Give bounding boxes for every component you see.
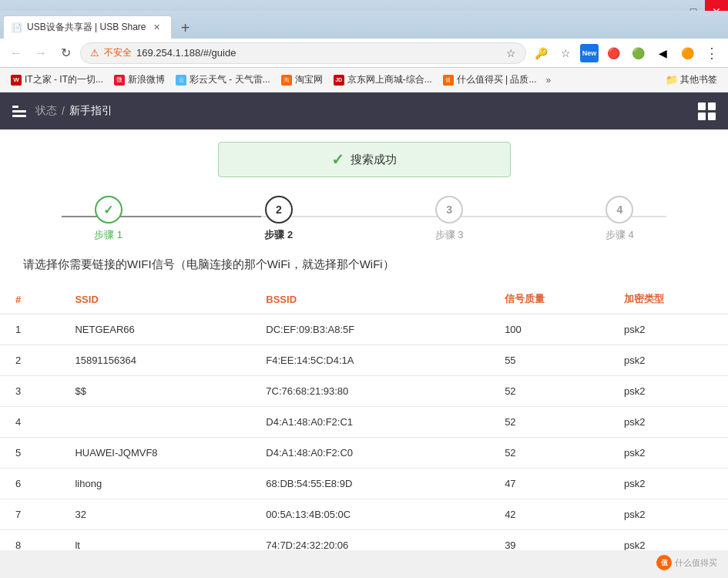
cell-bssid-3: D4:A1:48:A0:F2:C1: [250, 407, 489, 438]
table-row[interactable]: 1NETGEAR66DC:EF:09:B3:A8:5F100psk2: [0, 314, 728, 345]
table-row[interactable]: 6lihong68:DB:54:55:E8:9D47psk2: [0, 469, 728, 499]
extension-icon-2[interactable]: 🟢: [628, 43, 648, 63]
new-badge-icon[interactable]: New: [580, 44, 599, 62]
cell-num-5: 6: [0, 469, 59, 499]
bookmark-weather-label: 彩云天气 - 天气雷...: [190, 73, 270, 86]
cell-signal-7: 39: [489, 530, 609, 551]
cell-bssid-0: DC:EF:09:B3:A8:5F: [250, 314, 489, 345]
cell-bssid-1: F4:EE:14:5C:D4:1A: [250, 345, 489, 376]
back-button[interactable]: ←: [6, 43, 26, 63]
bookmark-weibo[interactable]: 微 新浪微博: [109, 71, 169, 89]
cell-bssid-2: 7C:76:68:21:93:80: [250, 376, 489, 407]
step-2-label: 步骤 2: [264, 228, 293, 242]
step-3-circle: 3: [435, 196, 463, 223]
other-bookmarks-label: 其他书签: [680, 73, 717, 86]
bookmark-it-home[interactable]: W IT之家 - IT的一切...: [6, 71, 108, 89]
tab-close-icon[interactable]: ✕: [151, 22, 163, 34]
cell-num-6: 7: [0, 499, 59, 530]
cell-signal-1: 55: [489, 345, 609, 376]
cell-encryption-3: psk2: [609, 407, 728, 438]
table-row[interactable]: 5HUAWEI-JQMVF8D4:A1:48:A0:F2:C052psk2: [0, 438, 728, 469]
bookmark-smzdm-label: 什么值得买 | 品质...: [457, 73, 537, 86]
bookmark-smzdm-icon: 值: [443, 75, 454, 86]
cell-bssid-7: 74:7D:24:32:20:06: [250, 530, 489, 551]
table-row[interactable]: 4D4:A1:48:A0:F2:C152psk2: [0, 407, 728, 438]
cell-ssid-5: lihong: [59, 469, 250, 499]
cell-encryption-5: psk2: [609, 469, 728, 499]
cell-encryption-0: psk2: [609, 314, 728, 345]
app-header: 状态 / 新手指引: [0, 92, 728, 129]
table-row[interactable]: 215891156364F4:EE:14:5C:D4:1A55psk2: [0, 345, 728, 376]
extension-icon-3[interactable]: ◀: [653, 43, 673, 63]
step-2-circle: 2: [265, 196, 293, 223]
watermark-text: 什么值得买: [675, 557, 717, 569]
cell-signal-0: 100: [489, 314, 609, 345]
cell-num-3: 4: [0, 407, 59, 438]
bookmark-jd[interactable]: JD 京东网上商城-综合...: [329, 71, 437, 89]
bookmark-weather-icon: 云: [176, 75, 186, 86]
steps-container: ✓ 步骤 1 2 步骤 2 3 步骤 3 4 步骤 4: [0, 190, 728, 257]
col-bssid-header: BSSID: [250, 284, 489, 314]
cell-num-0: 1: [0, 314, 59, 345]
step-4-circle: 4: [606, 196, 633, 223]
cell-signal-3: 52: [489, 407, 609, 438]
address-bar: ← → ↻ ⚠ 不安全 169.254.1.188/#/guide ☆ 🔑 ☆ …: [0, 39, 728, 68]
col-encryption-header: 加密类型: [609, 284, 728, 314]
not-secure-label: 不安全: [104, 46, 132, 59]
breadcrumb-current: 新手指引: [69, 104, 112, 118]
step-1: ✓ 步骤 1: [23, 196, 193, 242]
cell-bssid-6: 00:5A:13:4B:05:0C: [250, 499, 489, 530]
bookmark-smzdm[interactable]: 值 什么值得买 | 品质...: [438, 71, 542, 89]
step-1-circle: ✓: [95, 196, 122, 223]
bookmarks-more-button[interactable]: »: [542, 75, 554, 86]
active-tab[interactable]: 📄 USB设备共享器 | USB Share ✕: [3, 15, 172, 39]
folder-icon: 📁: [666, 74, 678, 86]
bookmark-taobao-label: 淘宝网: [295, 73, 323, 86]
cell-bssid-4: D4:A1:48:A0:F2:C0: [250, 438, 489, 469]
bookmark-it-icon: W: [11, 75, 22, 86]
url-text: 169.254.1.188/#/guide: [136, 47, 502, 59]
bookmark-weibo-icon: 微: [114, 75, 125, 86]
star-icon[interactable]: ☆: [506, 47, 516, 59]
step-2: 2 步骤 2: [193, 196, 364, 242]
sidebar-menu-icon[interactable]: [12, 106, 26, 117]
security-warning-icon: ⚠: [90, 47, 99, 59]
step-3-label: 步骤 3: [435, 228, 464, 242]
other-bookmarks[interactable]: 📁 其他书签: [661, 71, 722, 89]
step-4-label: 步骤 4: [606, 228, 634, 242]
cell-signal-4: 52: [489, 438, 609, 469]
step-1-label: 步骤 1: [94, 228, 122, 242]
breadcrumb-separator: /: [62, 105, 65, 117]
cell-ssid-1: 15891156364: [59, 345, 250, 376]
cell-num-7: 8: [0, 530, 59, 551]
table-row[interactable]: 73200:5A:13:4B:05:0C42psk2: [0, 499, 728, 530]
breadcrumb-root[interactable]: 状态: [35, 104, 57, 118]
success-banner: ✓ 搜索成功: [218, 142, 511, 177]
cell-signal-5: 47: [489, 469, 609, 499]
table-row[interactable]: 3$$7C:76:68:21:93:8052psk2: [0, 376, 728, 407]
cell-signal-2: 52: [489, 376, 609, 407]
grid-view-icon[interactable]: [698, 102, 716, 120]
watermark: 值 什么值得买: [656, 555, 717, 570]
watermark-icon: 值: [656, 555, 672, 570]
url-bar[interactable]: ⚠ 不安全 169.254.1.188/#/guide ☆: [80, 42, 526, 64]
refresh-button[interactable]: ↻: [55, 43, 75, 63]
bookmarks-bar: W IT之家 - IT的一切... 微 新浪微博 云 彩云天气 - 天气雷...…: [0, 68, 728, 92]
cell-encryption-1: psk2: [609, 345, 728, 376]
extension-icon-4[interactable]: 🟠: [677, 43, 697, 63]
table-header-row: # SSID BSSID 信号质量 加密类型: [0, 284, 728, 314]
cell-num-1: 2: [0, 345, 59, 376]
table-row[interactable]: 8lt74:7D:24:32:20:0639psk2: [0, 530, 728, 551]
bookmark-taobao-icon: 淘: [281, 75, 292, 86]
menu-button[interactable]: ⋮: [702, 43, 722, 63]
star-button[interactable]: ☆: [555, 43, 575, 63]
key-icon[interactable]: 🔑: [531, 43, 551, 63]
step-4: 4 步骤 4: [535, 196, 705, 242]
bookmark-weather[interactable]: 云 彩云天气 - 天气雷...: [171, 71, 275, 89]
tab-bar: 📄 USB设备共享器 | USB Share ✕ +: [0, 11, 728, 39]
new-tab-button[interactable]: +: [175, 17, 196, 39]
cell-encryption-6: psk2: [609, 499, 728, 530]
bookmark-taobao[interactable]: 淘 淘宝网: [277, 71, 327, 89]
extension-icon-1[interactable]: 🔴: [603, 43, 623, 63]
forward-button[interactable]: →: [31, 43, 51, 63]
